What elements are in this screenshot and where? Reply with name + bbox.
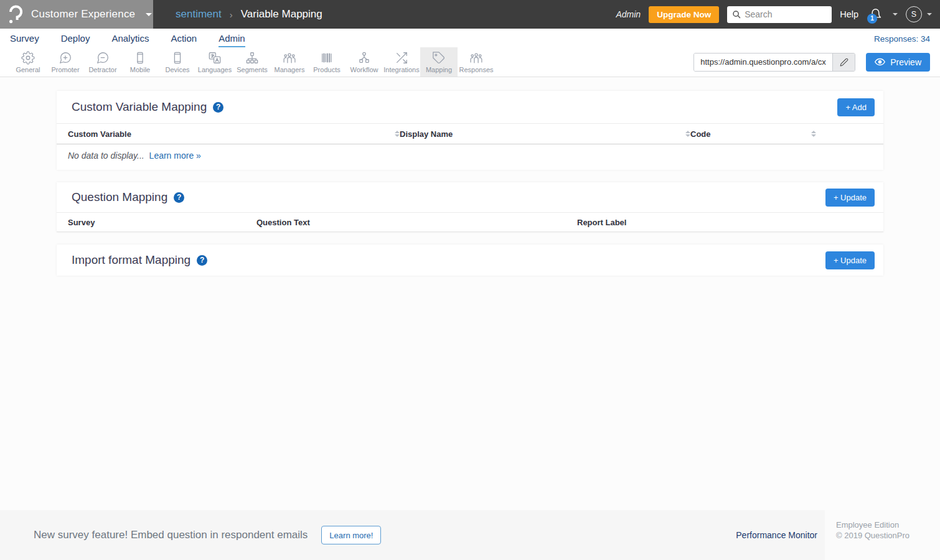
footer-promo: New survey feature! Embed question in re… — [0, 510, 736, 560]
edit-url-button[interactable] — [832, 54, 855, 71]
chevron-down-icon[interactable] — [893, 13, 898, 16]
toolbar-item-integrations[interactable]: Integrations — [383, 47, 420, 77]
toolbar-right-cluster: Preview — [693, 47, 940, 77]
column-label: Question Text — [256, 218, 310, 227]
toolbar-label: Mobile — [130, 66, 150, 73]
table-header-row: Survey Question Text Report Label — [57, 212, 883, 232]
preview-label: Preview — [890, 57, 921, 67]
toolbar-item-segments[interactable]: Segments — [233, 47, 271, 77]
tab-deploy[interactable]: Deploy — [61, 33, 90, 47]
branch-icon — [357, 51, 371, 65]
tab-analytics[interactable]: Analytics — [111, 33, 149, 47]
help-icon[interactable]: ? — [174, 192, 184, 203]
breadcrumb-survey-link[interactable]: sentiment — [176, 8, 222, 21]
column-header-code[interactable]: Code — [690, 129, 872, 139]
upgrade-now-button[interactable]: Upgrade Now — [649, 6, 719, 23]
toolbar-item-mobile[interactable]: Mobile — [121, 47, 159, 77]
tag-icon — [432, 51, 446, 65]
toolbar-item-responses[interactable]: Responses — [458, 47, 495, 77]
module-nav: Survey Deploy Analytics Action Admin Res… — [0, 29, 940, 47]
help-icon[interactable]: ? — [197, 255, 207, 266]
tab-admin[interactable]: Admin — [219, 33, 245, 47]
column-header-report-label: Report Label — [577, 218, 872, 227]
promo-text: New survey feature! Embed question in re… — [34, 529, 308, 541]
main-content: Custom Variable Mapping ? + Add Custom V… — [0, 77, 940, 510]
pencil-icon — [840, 58, 848, 67]
toolbar-item-detractor[interactable]: Detractor — [84, 47, 121, 77]
question-mapping-card: Question Mapping ? + Update Survey Quest… — [57, 182, 883, 232]
shuffle-icon — [395, 51, 408, 65]
product-name: Customer Experience — [31, 8, 135, 21]
questionpro-logo-icon — [8, 5, 23, 24]
card-header: Question Mapping ? + Update — [57, 182, 883, 212]
column-label: Display Name — [400, 129, 453, 139]
notifications-button[interactable]: 1 — [869, 8, 882, 21]
search-input[interactable] — [745, 9, 827, 19]
toolbar-label: Workflow — [350, 66, 378, 73]
phone-icon — [133, 51, 147, 65]
gear-icon — [21, 51, 35, 65]
speech-bubble-minus-icon — [96, 51, 110, 65]
responses-count[interactable]: Responses: 34 — [874, 34, 930, 47]
people-icon — [469, 51, 483, 65]
empty-state-row: No data to display... Learn more » — [57, 144, 883, 170]
toolbar-item-languages[interactable]: Languages — [196, 47, 233, 77]
section-title: Custom Variable Mapping — [72, 100, 207, 114]
sort-icon[interactable] — [685, 131, 690, 137]
global-search — [727, 6, 832, 23]
add-custom-variable-button[interactable]: + Add — [837, 98, 875, 116]
toolbar-item-workflow[interactable]: Workflow — [345, 47, 383, 77]
toolbar-item-managers[interactable]: Managers — [271, 47, 308, 77]
card-header: Import format Mapping ? + Update — [57, 245, 883, 276]
admin-toolbar: General Promoter Detractor Mobile Device… — [0, 47, 940, 77]
column-label: Code — [690, 129, 711, 139]
preview-button[interactable]: Preview — [866, 53, 930, 72]
card-header: Custom Variable Mapping ? + Add — [57, 91, 883, 123]
import-format-mapping-card: Import format Mapping ? + Update — [57, 245, 883, 276]
empty-state-text: No data to display... — [68, 151, 144, 161]
toolbar-label: Products — [313, 66, 340, 73]
toolbar-item-products[interactable]: Products — [308, 47, 345, 77]
sitemap-icon — [245, 51, 259, 65]
toolbar-label: Segments — [237, 66, 268, 73]
sort-icon[interactable] — [395, 131, 400, 137]
product-switcher[interactable]: Customer Experience — [0, 0, 153, 29]
eye-icon — [875, 57, 885, 67]
breadcrumb-separator-icon: › — [230, 9, 233, 20]
toolbar-label: Responses — [459, 66, 493, 73]
toolbar-item-general[interactable]: General — [9, 47, 47, 77]
learn-more-link[interactable]: Learn more » — [149, 151, 201, 161]
speech-bubble-plus-icon — [59, 51, 72, 65]
help-link[interactable]: Help — [840, 9, 858, 19]
barcode-icon — [320, 51, 334, 65]
account-menu[interactable]: S — [906, 6, 932, 22]
table-header-row: Custom Variable Display Name Code — [57, 123, 883, 144]
toolbar-label: General — [16, 66, 40, 73]
column-header-question-text: Question Text — [256, 218, 577, 227]
toolbar-label: Mapping — [426, 66, 452, 73]
tab-survey[interactable]: Survey — [10, 33, 39, 47]
translate-icon — [208, 51, 222, 65]
toolbar-label: Integrations — [383, 66, 419, 73]
update-import-format-button[interactable]: + Update — [825, 251, 875, 269]
notification-count-badge: 1 — [867, 14, 877, 24]
column-header-custom-variable[interactable]: Custom Variable — [68, 129, 400, 139]
help-icon[interactable]: ? — [213, 102, 223, 113]
tab-action[interactable]: Action — [171, 33, 197, 47]
promo-learn-more-button[interactable]: Learn more! — [321, 526, 381, 544]
toolbar-item-promoter[interactable]: Promoter — [47, 47, 84, 77]
sort-icon[interactable] — [811, 131, 816, 137]
survey-url-input[interactable] — [694, 54, 832, 71]
performance-monitor-link[interactable]: Performance Monitor — [736, 530, 817, 540]
edition-box: Employee Edition © 2019 QuestionPro — [825, 510, 940, 560]
avatar: S — [906, 6, 922, 22]
copyright-label: © 2019 QuestionPro — [836, 530, 940, 541]
toolbar-label: Languages — [198, 66, 232, 73]
toolbar-item-devices[interactable]: Devices — [159, 47, 196, 77]
toolbar-label: Detractor — [88, 66, 116, 73]
survey-url-field — [693, 53, 855, 72]
update-question-mapping-button[interactable]: + Update — [825, 189, 875, 207]
topbar-right-cluster: Admin Upgrade Now Help 1 S — [616, 6, 940, 23]
toolbar-item-mapping[interactable]: Mapping — [420, 47, 458, 77]
column-header-display-name[interactable]: Display Name — [400, 129, 690, 139]
